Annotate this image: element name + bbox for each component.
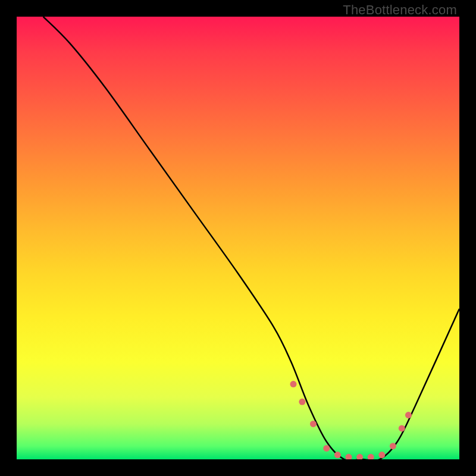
chart-svg — [17, 17, 459, 459]
highlight-dot — [378, 452, 385, 458]
highlight-dot — [299, 399, 305, 405]
highlight-dot — [290, 381, 297, 387]
highlight-dot — [334, 452, 341, 458]
highlight-dot — [405, 412, 412, 418]
highlight-dot — [346, 454, 352, 459]
highlight-dot — [310, 421, 317, 427]
highlight-dot — [399, 425, 405, 431]
chart-frame — [17, 17, 459, 459]
highlight-dot — [390, 443, 396, 449]
highlight-dot — [368, 454, 374, 459]
watermark-text: TheBottleneck.com — [343, 2, 457, 18]
bottleneck-curve — [43, 17, 459, 459]
highlight-dot — [323, 445, 330, 452]
highlight-dot — [356, 454, 363, 459]
